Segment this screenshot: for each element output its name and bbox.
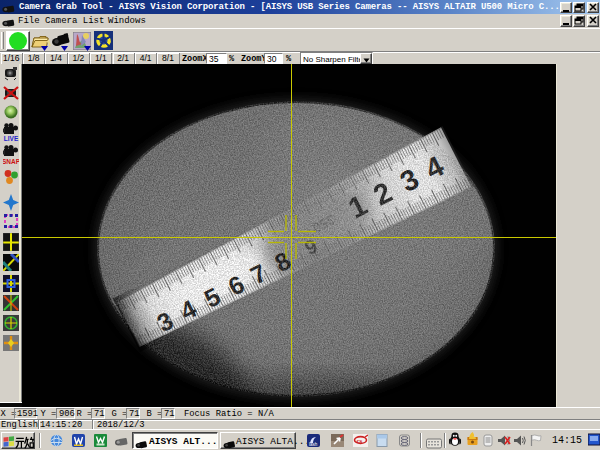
svg-text:cs: cs	[357, 437, 363, 445]
svg-text:lash: lash	[309, 442, 318, 447]
svg-text:SNAP: SNAP	[3, 158, 19, 165]
svg-text:LIVE: LIVE	[4, 135, 19, 142]
